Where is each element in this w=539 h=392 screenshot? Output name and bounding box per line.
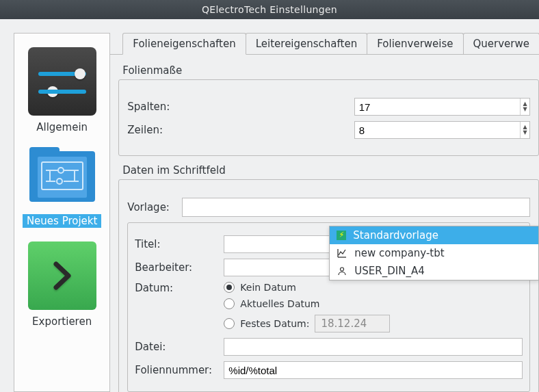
svg-point-5 <box>57 179 62 184</box>
author-label: Bearbeiter: <box>135 261 217 274</box>
sidebar-item-general[interactable]: Allgemein <box>28 47 96 133</box>
template-combo[interactable] <box>182 198 530 217</box>
date-none-radio[interactable]: Kein Datum <box>224 282 390 293</box>
window-title: QElectroTech Einstellungen <box>202 4 337 15</box>
radio-icon <box>224 298 235 309</box>
sidebar-item-label: Allgemein <box>34 121 90 133</box>
folio-dimensions-group: Spalten: ▲ ▼ Zeilen: <box>118 79 539 156</box>
template-option-user-din[interactable]: USER_DIN_A4 <box>330 262 538 280</box>
lightning-icon: ⚡ <box>337 231 346 240</box>
tab-cross-refs[interactable]: Querverwe <box>463 33 539 55</box>
rows-label: Zeilen: <box>127 124 166 136</box>
fixed-date-input[interactable]: 18.12.24 <box>315 315 390 332</box>
titleblock-group: Vorlage: Titel: Bearbeiter: Datum: <box>118 179 539 392</box>
settings-sidebar: Allgemein <box>14 33 110 392</box>
file-input[interactable] <box>224 338 523 356</box>
option-label: USER_DIN_A4 <box>354 265 424 277</box>
folder-schematic-icon <box>28 147 96 209</box>
tab-folio-refs[interactable]: Folienverweise <box>367 33 463 55</box>
option-label: new company-tbt <box>354 247 444 259</box>
date-label: Datum: <box>135 282 217 294</box>
radio-label: Aktuelles Datum <box>240 298 319 309</box>
sidebar-item-export[interactable]: Exportieren <box>28 241 96 328</box>
option-label: Standardvorlage <box>353 229 438 241</box>
date-current-radio[interactable]: Aktuelles Datum <box>224 298 390 309</box>
user-icon <box>337 266 347 276</box>
tab-folio-properties[interactable]: Folieneigenschaften <box>122 33 246 55</box>
spin-arrows[interactable]: ▲ ▼ <box>520 122 529 138</box>
rows-input[interactable] <box>355 122 520 138</box>
sidebar-item-label: Exportieren <box>29 315 94 328</box>
radio-label: Festes Datum: <box>240 318 309 329</box>
tab-conductor-properties[interactable]: Leitereigenschaften <box>246 33 367 55</box>
svg-point-2 <box>58 168 64 173</box>
chevron-down-icon[interactable]: ▼ <box>523 107 527 112</box>
titleblock-heading: Daten im Schriftfeld <box>122 164 539 177</box>
folio-dimensions-heading: Folienmaße <box>122 64 539 77</box>
rows-spinbox[interactable]: ▲ ▼ <box>354 121 530 139</box>
svg-point-9 <box>341 267 344 271</box>
columns-input[interactable] <box>355 99 520 115</box>
spin-arrows[interactable]: ▲ ▼ <box>520 99 529 115</box>
date-fixed-radio[interactable]: Festes Datum: 18.12.24 <box>224 315 390 332</box>
radio-label: Kein Datum <box>240 282 296 293</box>
folio-input[interactable] <box>224 361 523 379</box>
title-label: Titel: <box>135 238 217 250</box>
template-dropdown[interactable]: ⚡ Standardvorlage new company-tbt USER_D… <box>329 226 539 280</box>
radio-icon <box>224 318 235 329</box>
chevron-right-icon <box>28 241 96 310</box>
columns-label: Spalten: <box>127 101 166 113</box>
sliders-icon <box>28 47 96 116</box>
svg-rect-0 <box>42 162 83 190</box>
file-label: Datei: <box>135 341 217 353</box>
columns-spinbox[interactable]: ▲ ▼ <box>354 98 530 116</box>
main-panel: Folieneigenschaften Leitereigenschaften … <box>110 19 539 392</box>
template-option-standard[interactable]: ⚡ Standardvorlage <box>330 226 538 244</box>
sidebar-item-new-project[interactable]: Neues Projekt <box>23 147 102 228</box>
template-label: Vorlage: <box>127 201 175 213</box>
chevron-down-icon[interactable]: ▼ <box>523 130 527 135</box>
tab-bar: Folieneigenschaften Leitereigenschaften … <box>122 33 539 55</box>
folio-label: Foliennummer: <box>135 364 217 376</box>
window-titlebar: QElectroTech Einstellungen <box>0 0 539 19</box>
sidebar-item-label: Neues Projekt <box>23 214 102 228</box>
template-option-company[interactable]: new company-tbt <box>330 244 538 262</box>
chart-icon <box>337 248 347 258</box>
radio-icon <box>224 282 235 293</box>
date-radiogroup: Kein Datum Aktuelles Datum Festes Datum:… <box>224 282 390 332</box>
